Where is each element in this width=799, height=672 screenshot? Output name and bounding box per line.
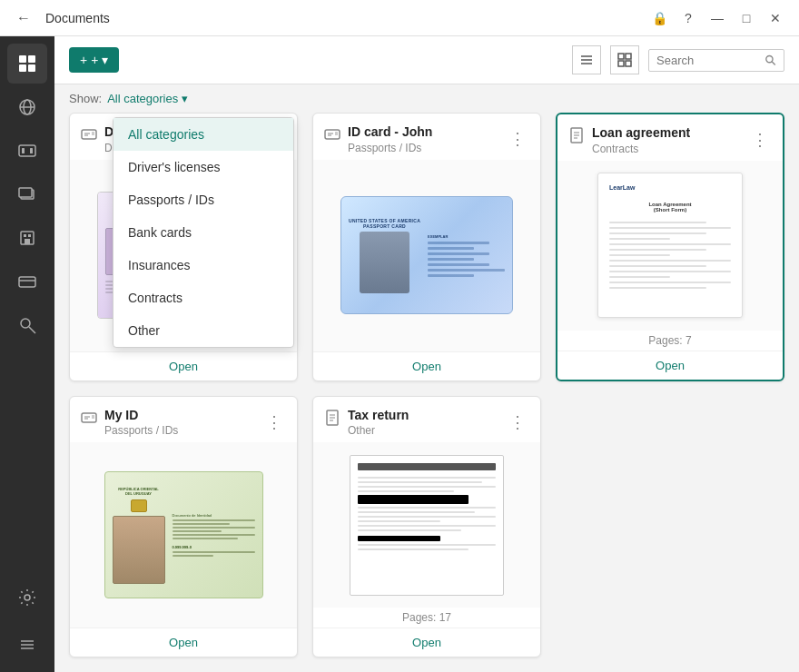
svg-rect-16: [19, 277, 35, 287]
svg-rect-0: [19, 55, 26, 63]
document-card-tax-return: Tax return Other ⋮: [312, 396, 541, 658]
sidebar-item-film[interactable]: [7, 131, 47, 171]
chevron-down-icon: ▾: [182, 92, 188, 105]
lock-icon: 🔒: [646, 5, 672, 31]
card-header-id-card-john: ID card - John Passports / IDs ⋮: [313, 114, 540, 160]
svg-point-18: [21, 319, 30, 328]
doc-subtitle: Passports / IDs: [104, 424, 178, 437]
plus-icon: +: [80, 53, 87, 67]
doc-thumbnail-id-card-john: UNITED STATES OF AMERICAPASSPORT CARD EX…: [313, 160, 540, 351]
svg-rect-40: [335, 132, 338, 135]
card-menu-button[interactable]: ⋮: [262, 410, 286, 434]
card-menu-button[interactable]: ⋮: [748, 128, 772, 152]
sidebar-item-card[interactable]: [7, 262, 47, 301]
svg-rect-27: [618, 54, 624, 59]
svg-rect-15: [28, 234, 31, 237]
title-bar: ← Documents 🔒 ? — □ ✕: [0, 0, 799, 36]
svg-line-32: [772, 62, 775, 65]
open-link-loan-agreement[interactable]: Open: [557, 351, 783, 380]
doc-icon: [324, 126, 340, 147]
close-button[interactable]: ✕: [763, 5, 788, 31]
content-area: + + ▾ Show: All categories ▾: [54, 36, 799, 672]
maximize-button[interactable]: □: [734, 5, 759, 31]
doc-title: Tax return: [348, 408, 409, 423]
page-count-tax-return: Pages: 17: [313, 608, 540, 628]
category-dropdown-menu: All categories Driver's licenses Passpor…: [113, 117, 294, 348]
add-button[interactable]: + + ▾: [69, 47, 119, 73]
toolbar: + + ▾: [54, 36, 799, 84]
filter-bar: Show: All categories ▾ All categories Dr…: [54, 84, 799, 113]
doc-thumbnail-tax-return: [313, 442, 540, 608]
dropdown-item-passports[interactable]: Passports / IDs: [113, 183, 293, 216]
svg-rect-28: [626, 54, 631, 59]
grid-view-button[interactable]: [610, 45, 639, 74]
card-menu-button[interactable]: ⋮: [506, 410, 529, 434]
svg-rect-3: [28, 64, 35, 72]
svg-rect-8: [22, 148, 25, 153]
open-link-id-card-john[interactable]: Open: [313, 351, 540, 380]
dropdown-item-contracts[interactable]: Contracts: [113, 282, 293, 314]
card-header-loan-agreement: Loan agreement Contracts ⋮: [557, 114, 783, 161]
doc-title: ID card - John: [348, 124, 432, 140]
open-link-my-id[interactable]: Open: [70, 628, 297, 657]
add-button-label: + ▾: [91, 53, 108, 67]
selected-category: All categories: [107, 92, 178, 105]
svg-line-19: [29, 327, 35, 333]
help-button[interactable]: ?: [676, 5, 701, 31]
open-link-drivers-license[interactable]: Open: [70, 351, 297, 380]
svg-rect-7: [19, 145, 35, 156]
doc-subtitle: Other: [348, 424, 409, 437]
sidebar-item-gear[interactable]: [7, 578, 47, 618]
document-card-id-card-john: ID card - John Passports / IDs ⋮ UNITED …: [312, 113, 541, 381]
dropdown-item-insurances[interactable]: Insurances: [113, 249, 293, 282]
doc-title: Loan agreement: [592, 125, 690, 141]
svg-rect-13: [25, 239, 30, 244]
sidebar-item-key[interactable]: [7, 305, 47, 345]
doc-subtitle: Passports / IDs: [348, 142, 432, 154]
sidebar-item-grid[interactable]: [7, 44, 47, 84]
doc-thumbnail-my-id: REPÚBLICA ORIENTALDEL URUGUAY Documento …: [70, 442, 297, 628]
open-link-tax-return[interactable]: Open: [313, 628, 540, 657]
page-count-loan-agreement: Pages: 7: [557, 331, 783, 351]
dropdown-item-other[interactable]: Other: [113, 314, 293, 347]
svg-point-31: [766, 55, 773, 62]
svg-rect-48: [92, 415, 94, 419]
doc-subtitle: Contracts: [592, 143, 690, 155]
search-box[interactable]: [648, 49, 784, 72]
document-card-my-id: My ID Passports / IDs ⋮ REPÚBLICA ORIENT…: [69, 396, 298, 658]
card-header-tax-return: Tax return Other ⋮: [313, 397, 540, 443]
doc-thumbnail-loan-agreement: LearLaw Loan Agreement(Short Form): [557, 161, 783, 331]
doc-icon: [81, 410, 97, 430]
document-card-loan-agreement: Loan agreement Contracts ⋮ LearLaw Loan …: [556, 113, 784, 381]
doc-icon: [81, 126, 97, 147]
sidebar-item-building[interactable]: [7, 218, 47, 258]
list-view-button[interactable]: [572, 45, 601, 74]
dropdown-item-drivers[interactable]: Driver's licenses: [113, 151, 293, 183]
search-icon: [764, 54, 776, 66]
svg-rect-30: [626, 61, 631, 66]
sidebar: [0, 36, 54, 672]
search-input[interactable]: [656, 54, 764, 67]
svg-point-20: [25, 595, 30, 600]
back-button[interactable]: ←: [11, 6, 36, 30]
show-label: Show:: [69, 92, 102, 105]
window-title: Documents: [45, 11, 110, 25]
svg-rect-2: [19, 64, 26, 72]
svg-rect-36: [92, 132, 94, 135]
sidebar-item-menu[interactable]: [7, 625, 47, 665]
card-header-my-id: My ID Passports / IDs ⋮: [70, 397, 297, 443]
doc-icon: [324, 410, 340, 430]
main-layout: + + ▾ Show: All categories ▾: [0, 36, 799, 672]
svg-rect-29: [618, 61, 624, 66]
dropdown-item-all[interactable]: All categories: [113, 118, 293, 151]
category-dropdown-trigger[interactable]: All categories ▾: [107, 92, 188, 105]
card-menu-button[interactable]: ⋮: [506, 127, 529, 151]
sidebar-item-globe[interactable]: [7, 87, 47, 127]
doc-title: My ID: [104, 408, 178, 423]
dropdown-item-bankcards[interactable]: Bank cards: [113, 216, 293, 249]
sidebar-item-layers[interactable]: [7, 174, 47, 214]
svg-rect-14: [24, 234, 26, 237]
window-controls: 🔒 ? — □ ✕: [646, 5, 788, 31]
minimize-button[interactable]: —: [705, 5, 730, 31]
doc-icon: [568, 127, 585, 148]
